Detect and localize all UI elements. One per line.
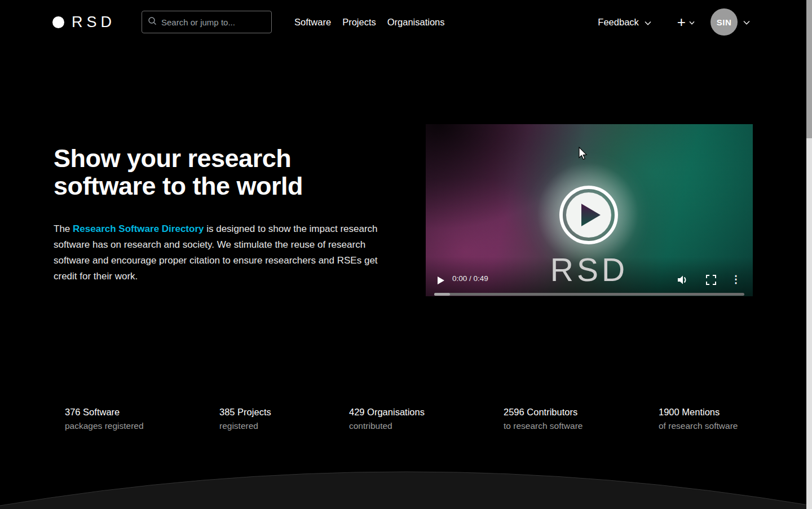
stat-title: 429 Organisations: [349, 405, 504, 419]
stat-subtitle: packages registered: [65, 419, 219, 433]
main-header: RSD Software Projects Organisations Feed…: [0, 0, 812, 44]
global-search[interactable]: [142, 11, 272, 33]
rsd-logo-text[interactable]: RSD: [72, 14, 116, 31]
avatar[interactable]: SIN: [710, 8, 738, 36]
stat-subtitle: contributed: [349, 419, 504, 433]
intro-video-player[interactable]: RSD 0:00 / 0:49 ⋮: [426, 124, 753, 296]
fullscreen-icon[interactable]: [706, 275, 716, 287]
nav-software[interactable]: Software: [294, 17, 331, 28]
rsd-logo-icon[interactable]: [52, 16, 64, 28]
stat-mentions: 1900 Mentions of research software: [659, 405, 771, 433]
page-title: Show your research software to the world: [54, 144, 378, 200]
play-icon[interactable]: [438, 277, 444, 284]
main-nav: Software Projects Organisations: [294, 0, 445, 44]
mouse-cursor: [577, 147, 588, 164]
video-controls: 0:00 / 0:49 ⋮: [426, 273, 753, 288]
add-menu[interactable]: +: [677, 15, 695, 29]
chevron-down-icon: [689, 17, 695, 27]
play-button[interactable]: [559, 186, 618, 244]
video-progress-bar[interactable]: [434, 293, 744, 296]
stats-row: 376 Software packages registered 385 Pro…: [65, 405, 771, 433]
stat-subtitle: to research software: [504, 419, 659, 433]
nav-organisations[interactable]: Organisations: [387, 17, 445, 28]
stat-subtitle: of research software: [659, 419, 771, 433]
more-options-icon[interactable]: ⋮: [731, 273, 741, 286]
nav-projects[interactable]: Projects: [342, 17, 376, 28]
page-scrollbar[interactable]: [806, 0, 812, 509]
play-icon: [581, 204, 601, 226]
play-button-disc: [566, 192, 611, 238]
stat-software: 376 Software packages registered: [65, 405, 219, 433]
volume-icon[interactable]: [677, 274, 690, 288]
stat-title: 2596 Contributors: [504, 405, 659, 419]
stat-organisations: 429 Organisations contributed: [349, 405, 504, 433]
stat-title: 1900 Mentions: [659, 405, 771, 419]
stat-title: 385 Projects: [219, 405, 349, 419]
scrollbar-thumb[interactable]: [806, 0, 812, 138]
plus-icon: +: [677, 15, 686, 29]
intro-paragraph: The Research Software Directory is desig…: [54, 221, 378, 284]
stat-title: 376 Software: [65, 405, 219, 419]
video-time-display: 0:00 / 0:49: [452, 274, 488, 283]
stat-contributors: 2596 Contributors to research software: [504, 405, 659, 433]
header-right: Feedback + SIN: [598, 0, 750, 44]
search-icon: [148, 16, 157, 28]
stat-projects: 385 Projects registered: [219, 405, 349, 433]
rsd-link[interactable]: Research Software Directory: [73, 223, 204, 234]
chevron-down-icon: [743, 17, 750, 27]
feedback-label: Feedback: [598, 17, 638, 28]
intro-prefix: The: [54, 223, 73, 234]
feedback-menu[interactable]: Feedback: [598, 17, 651, 28]
homepage: RSD Software Projects Organisations Feed…: [0, 0, 812, 509]
stat-subtitle: registered: [219, 419, 349, 433]
video-progress-loaded: [434, 293, 450, 296]
bottom-curve-decoration: [0, 469, 812, 509]
user-menu[interactable]: SIN: [710, 8, 750, 36]
chevron-down-icon: [645, 17, 651, 28]
search-input[interactable]: [161, 17, 273, 27]
